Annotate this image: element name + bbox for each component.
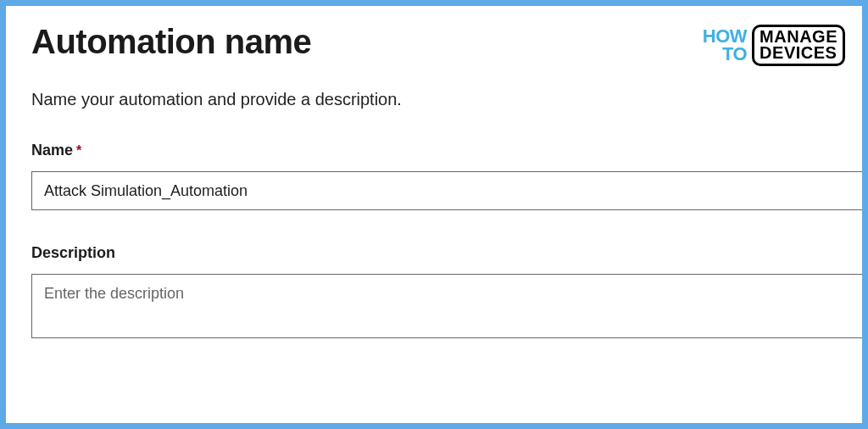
logo-manage-devices-box: MANAGE DEVICES — [752, 25, 845, 66]
logo-devices-text: DEVICES — [760, 45, 837, 61]
description-textarea[interactable] — [31, 274, 862, 338]
description-label: Description — [31, 244, 115, 261]
logo-howto: HOW TO — [703, 28, 747, 64]
name-required-indicator: * — [76, 143, 81, 158]
page-subtitle: Name your automation and provide a descr… — [31, 90, 862, 109]
description-field-group: Description — [31, 244, 862, 342]
page-title: Automation name — [31, 23, 311, 61]
name-field-group: Name* — [31, 142, 862, 210]
brand-logo: HOW TO MANAGE DEVICES — [703, 25, 845, 66]
header-row: Automation name HOW TO MANAGE DEVICES — [31, 23, 862, 66]
name-input[interactable] — [31, 171, 862, 210]
name-label: Name — [31, 142, 73, 159]
logo-to-text: TO — [703, 46, 747, 64]
page-frame: Automation name HOW TO MANAGE DEVICES Na… — [6, 6, 862, 423]
